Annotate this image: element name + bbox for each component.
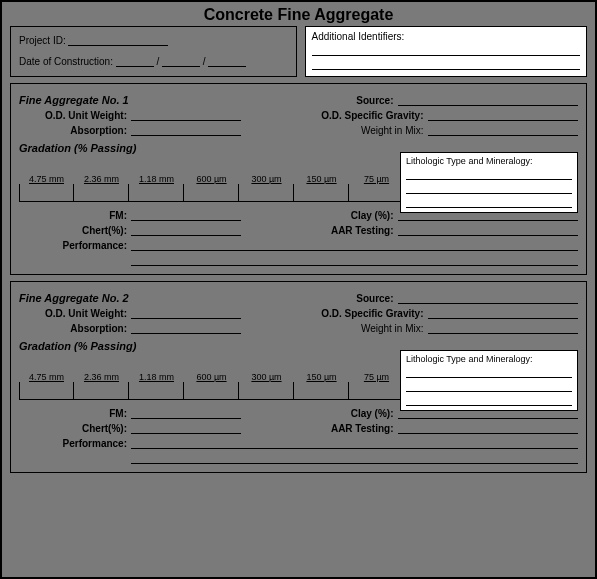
agg1-sieve-1: 2.36 mm xyxy=(74,174,129,184)
agg1-odsg-label: O.D. Specific Gravity: xyxy=(299,110,424,121)
agg2-chert-label: Chert(%): xyxy=(19,423,127,434)
agg2-odweight-label: O.D. Unit Weight: xyxy=(19,308,127,319)
agg1-sieve-0: 4.75 mm xyxy=(19,174,74,184)
agg1-absorption-blank[interactable] xyxy=(131,125,241,136)
agg2-sieve-1: 2.36 mm xyxy=(74,372,129,382)
agg1-odweight-blank[interactable] xyxy=(131,110,241,121)
agg1-sieve-6: 75 µm xyxy=(349,174,404,184)
agg1-lithologic-box: Lithologic Type and Mineralogy: xyxy=(400,152,578,213)
agg1-fm-label: FM: xyxy=(19,210,127,221)
agg1-lithologic-label: Lithologic Type and Mineralogy: xyxy=(406,156,572,166)
agg2-lithologic-label: Lithologic Type and Mineralogy: xyxy=(406,354,572,364)
agg1-sieve-2: 1.18 mm xyxy=(129,174,184,184)
agg2-sieve-4: 300 µm xyxy=(239,372,294,382)
agg2-chert-blank[interactable] xyxy=(131,423,241,434)
agg1-lith-line-1[interactable] xyxy=(406,168,572,180)
agg1-performance-label: Performance: xyxy=(19,240,127,251)
additional-identifiers-label: Additional Identifiers: xyxy=(312,31,581,42)
agg1-sieve-4: 300 µm xyxy=(239,174,294,184)
agg2-cell-5[interactable] xyxy=(294,382,349,400)
agg1-heading: Fine Aggregate No. 1 xyxy=(19,94,129,106)
agg1-absorption-label: Absorption: xyxy=(19,125,127,136)
agg1-odweight-label: O.D. Unit Weight: xyxy=(19,110,127,121)
date-construction-label: Date of Construction: xyxy=(19,56,113,67)
date-part-3[interactable] xyxy=(208,56,246,67)
agg2-aar-blank[interactable] xyxy=(398,423,579,434)
agg2-sieve-6: 75 µm xyxy=(349,372,404,382)
project-id-blank[interactable] xyxy=(68,35,168,46)
agg1-sieve-5: 150 µm xyxy=(294,174,349,184)
aggregate-section-2: Fine Aggregate No. 2 Source: O.D. Unit W… xyxy=(10,281,587,473)
form-page: Concrete Fine Aggregate Project ID: Date… xyxy=(0,0,597,579)
agg2-fm-label: FM: xyxy=(19,408,127,419)
agg1-source-blank[interactable] xyxy=(398,95,579,106)
agg1-cell-2[interactable] xyxy=(129,184,184,202)
agg1-lith-line-2[interactable] xyxy=(406,182,572,194)
agg2-cell-1[interactable] xyxy=(74,382,129,400)
agg2-odweight-blank[interactable] xyxy=(131,308,241,319)
agg1-performance-blank-2[interactable] xyxy=(131,255,578,266)
agg2-sieve-5: 150 µm xyxy=(294,372,349,382)
additional-identifiers-box: Additional Identifiers: xyxy=(305,26,588,77)
agg1-sieve-3: 600 µm xyxy=(184,174,239,184)
date-part-1[interactable] xyxy=(116,56,154,67)
date-part-2[interactable] xyxy=(162,56,200,67)
aggregate-section-1: Fine Aggregate No. 1 Source: O.D. Unit W… xyxy=(10,83,587,275)
agg1-cell-4[interactable] xyxy=(239,184,294,202)
agg2-cell-6[interactable] xyxy=(349,382,404,400)
agg1-cell-3[interactable] xyxy=(184,184,239,202)
additional-id-line-1[interactable] xyxy=(312,44,581,56)
project-info-box: Project ID: Date of Construction: / / xyxy=(10,26,297,77)
agg2-lith-line-3[interactable] xyxy=(406,394,572,406)
agg2-lith-line-1[interactable] xyxy=(406,366,572,378)
agg1-chert-blank[interactable] xyxy=(131,225,241,236)
agg1-lith-line-3[interactable] xyxy=(406,196,572,208)
agg1-cell-1[interactable] xyxy=(74,184,129,202)
additional-id-line-2[interactable] xyxy=(312,58,581,70)
agg1-cell-5[interactable] xyxy=(294,184,349,202)
agg2-fm-blank[interactable] xyxy=(131,408,241,419)
agg1-chert-label: Chert(%): xyxy=(19,225,127,236)
agg1-clay-label: Clay (%): xyxy=(299,210,394,221)
agg1-cell-6[interactable] xyxy=(349,184,404,202)
agg1-aar-label: AAR Testing: xyxy=(299,225,394,236)
agg2-absorption-label: Absorption: xyxy=(19,323,127,334)
agg1-odsg-blank[interactable] xyxy=(428,110,579,121)
agg2-performance-blank-2[interactable] xyxy=(131,453,578,464)
page-title: Concrete Fine Aggregate xyxy=(10,6,587,24)
agg2-source-blank[interactable] xyxy=(398,293,579,304)
agg2-lith-line-2[interactable] xyxy=(406,380,572,392)
agg2-odsg-blank[interactable] xyxy=(428,308,579,319)
agg2-sieve-0: 4.75 mm xyxy=(19,372,74,382)
agg2-performance-blank[interactable] xyxy=(131,438,578,449)
agg1-weightmix-label: Weight in Mix: xyxy=(299,125,424,136)
agg2-sieve-2: 1.18 mm xyxy=(129,372,184,382)
agg1-aar-blank[interactable] xyxy=(398,225,579,236)
agg1-fm-blank[interactable] xyxy=(131,210,241,221)
agg1-cell-0[interactable] xyxy=(19,184,74,202)
agg2-gradation-table: 4.75 mm 2.36 mm 1.18 mm 600 µm 300 µm 15… xyxy=(19,372,404,400)
agg2-odsg-label: O.D. Specific Gravity: xyxy=(299,308,424,319)
agg1-source-label: Source: xyxy=(299,95,394,106)
agg2-aar-label: AAR Testing: xyxy=(299,423,394,434)
agg2-cell-2[interactable] xyxy=(129,382,184,400)
agg2-clay-label: Clay (%): xyxy=(299,408,394,419)
agg1-weightmix-blank[interactable] xyxy=(428,125,579,136)
agg2-cell-4[interactable] xyxy=(239,382,294,400)
agg2-absorption-blank[interactable] xyxy=(131,323,241,334)
agg1-performance-blank[interactable] xyxy=(131,240,578,251)
agg2-performance-label: Performance: xyxy=(19,438,127,449)
agg2-cell-3[interactable] xyxy=(184,382,239,400)
agg1-gradation-table: 4.75 mm 2.36 mm 1.18 mm 600 µm 300 µm 15… xyxy=(19,174,404,202)
agg2-cell-0[interactable] xyxy=(19,382,74,400)
agg2-weightmix-blank[interactable] xyxy=(428,323,579,334)
top-row: Project ID: Date of Construction: / / Ad… xyxy=(10,26,587,77)
agg2-weightmix-label: Weight in Mix: xyxy=(299,323,424,334)
project-id-label: Project ID: xyxy=(19,35,66,46)
agg2-sieve-3: 600 µm xyxy=(184,372,239,382)
agg2-heading: Fine Aggregate No. 2 xyxy=(19,292,129,304)
agg2-lithologic-box: Lithologic Type and Mineralogy: xyxy=(400,350,578,411)
agg2-source-label: Source: xyxy=(299,293,394,304)
